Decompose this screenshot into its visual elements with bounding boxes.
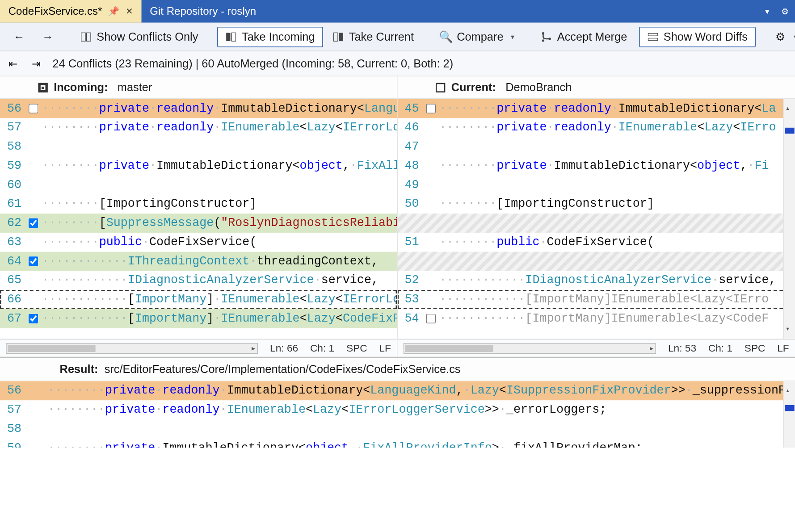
code-line[interactable] [398,214,795,233]
settings-button[interactable]: ⚙ ▾ [767,26,795,46]
take-incoming-icon [225,31,237,43]
svg-point-8 [549,37,551,39]
code-line[interactable]: 58 [0,419,795,439]
code-line[interactable]: 58 [0,137,397,156]
merge-checkbox [26,194,41,214]
code-line[interactable]: 57········private·readonly·IEnumerable<L… [0,118,397,137]
merge-checkbox [424,118,438,137]
take-incoming-button[interactable]: Take Incoming [217,26,323,46]
line-number: 56 [0,99,26,118]
svg-rect-2 [226,33,230,41]
line-number: 67 [0,309,26,328]
nav-back-button[interactable]: ← [6,26,32,46]
merge-checkbox [26,137,41,156]
code-line[interactable]: 62········[SuppressMessage("RoslynDiagno… [0,214,397,233]
merge-checkbox[interactable] [424,309,438,328]
code-text: ········private·ImmutableDictionary<obje… [46,439,795,448]
code-line[interactable]: 61········[ImportingConstructor] [0,194,397,214]
current-code-pane[interactable]: 45········private·readonly·ImmutableDict… [398,99,795,339]
line-number: 47 [398,137,424,156]
merge-checkbox [424,137,438,156]
line-number: 56 [0,381,26,400]
show-conflicts-button[interactable]: Show Conflicts Only [73,26,206,46]
code-line[interactable]: 63········public·CodeFixService( [0,233,397,252]
line-number: 49 [398,176,424,195]
code-line[interactable]: 60 [0,176,397,195]
svg-rect-9 [648,33,657,35]
line-number: 45 [398,99,424,118]
code-text [438,137,795,156]
merge-checkbox[interactable] [424,99,438,118]
accept-merge-button[interactable]: Accept Merge [533,26,634,46]
code-line[interactable]: 46········private·readonly·IEnumerable<L… [398,118,795,137]
current-status-bar: ◂▸ Ln: 53 Ch: 1 SPC LF [398,339,795,357]
code-line[interactable]: 53············[ImportMany]IEnumerable<La… [398,290,795,309]
window-position-icon[interactable]: ▾ [759,0,775,23]
last-conflict-icon[interactable]: ⇥ [29,57,43,70]
code-line[interactable]: 52············IDiagnosticAnalyzerService… [398,271,795,290]
h-scrollbar[interactable]: ◂▸ [404,343,656,353]
merge-checkbox [26,439,46,448]
code-line[interactable]: 48········private·ImmutableDictionary<ob… [398,156,795,176]
show-word-diffs-button[interactable]: Show Word Diffs [639,26,755,46]
pin-icon[interactable]: 📌 [108,6,119,17]
merge-checkbox[interactable] [26,252,41,271]
first-conflict-icon[interactable]: ⇤ [6,57,20,70]
merge-checkbox[interactable] [26,99,41,118]
nav-forward-button[interactable]: → [34,26,61,46]
code-line[interactable]: 65············IDiagnosticAnalyzerService… [0,271,397,290]
merge-checkbox [424,176,438,195]
code-text: ········public·CodeFixService( [41,233,397,252]
code-line[interactable]: 56········private·readonly·ImmutableDict… [0,381,795,400]
merge-checkbox[interactable] [26,309,41,328]
code-text [438,252,795,271]
code-line[interactable]: 51········public·CodeFixService( [398,233,795,252]
overview-ruler[interactable]: ▴ ▾ [783,381,795,448]
code-line[interactable] [398,252,795,271]
tab-git-repo[interactable]: Git Repository - roslyn [142,0,265,23]
code-line[interactable]: 49 [398,176,795,195]
code-line[interactable]: 45········private·readonly·ImmutableDict… [398,99,795,118]
code-line[interactable]: 47 [398,137,795,156]
current-header: Current: DemoBranch [398,76,795,99]
result-code-pane[interactable]: 56········private·readonly·ImmutableDict… [0,381,795,448]
compare-button[interactable]: 🔍 Compare ▾ [433,26,522,46]
overview-ruler[interactable]: ▴ ▾ [783,99,795,339]
tab-codefix[interactable]: CodeFixService.cs* 📌 ✕ [0,0,142,23]
tab-title: Git Repository - roslyn [150,5,256,17]
merge-checkbox [26,233,41,252]
gear-icon[interactable]: ⚙ [775,0,795,23]
code-line[interactable]: 59········private·ImmutableDictionary<ob… [0,156,397,176]
merge-checkbox[interactable] [26,214,41,233]
h-scrollbar[interactable]: ◂▸ [6,343,258,353]
incoming-branch: master [118,81,152,94]
code-line[interactable]: 59········private·ImmutableDictionary<ob… [0,439,795,448]
code-line[interactable]: 67············[ImportMany]·IEnumerable<L… [0,309,397,328]
code-line[interactable]: 57········private·readonly·IEnumerable<L… [0,400,795,419]
merge-checkbox [26,118,41,137]
merge-checkbox [26,271,41,290]
code-text: ············[ImportMany]·IEnumerable<Laz… [41,309,397,328]
close-icon[interactable]: ✕ [126,6,133,17]
code-text: ········private·readonly·IEnumerable<Laz… [41,118,397,137]
code-line[interactable]: 54············[ImportMany]IEnumerable<La… [398,309,795,328]
line-number: 61 [0,194,26,214]
code-text: ············IDiagnosticAnalyzerService·s… [41,271,397,290]
code-line[interactable]: 64············IThreadingContext·threadin… [0,252,397,271]
code-text: ············[ImportMany]IEnumerable<Lazy… [438,290,795,309]
code-line[interactable]: 66············[ImportMany]·IEnumerable<L… [0,290,397,309]
merge-checkbox [424,271,438,290]
code-text: ············[ImportMany]IEnumerable<Lazy… [438,309,795,328]
tab-strip: CodeFixService.cs* 📌 ✕ Git Repository - … [0,0,795,23]
code-text: ············[ImportMany]·IEnumerable<Laz… [41,290,397,309]
incoming-code-pane[interactable]: 56········private·readonly·ImmutableDict… [0,99,398,339]
incoming-status-bar: ◂▸ Ln: 66 Ch: 1 SPC LF [0,339,398,357]
merge-checkbox [26,400,46,419]
line-number: 52 [398,271,424,290]
code-line[interactable]: 50········[ImportingConstructor] [398,194,795,214]
merge-icon [540,31,552,43]
take-current-button[interactable]: Take Current [325,26,421,46]
code-line[interactable]: 56········private·readonly·ImmutableDict… [0,99,397,118]
chevron-down-icon: ▾ [511,33,514,41]
svg-rect-0 [81,33,85,41]
